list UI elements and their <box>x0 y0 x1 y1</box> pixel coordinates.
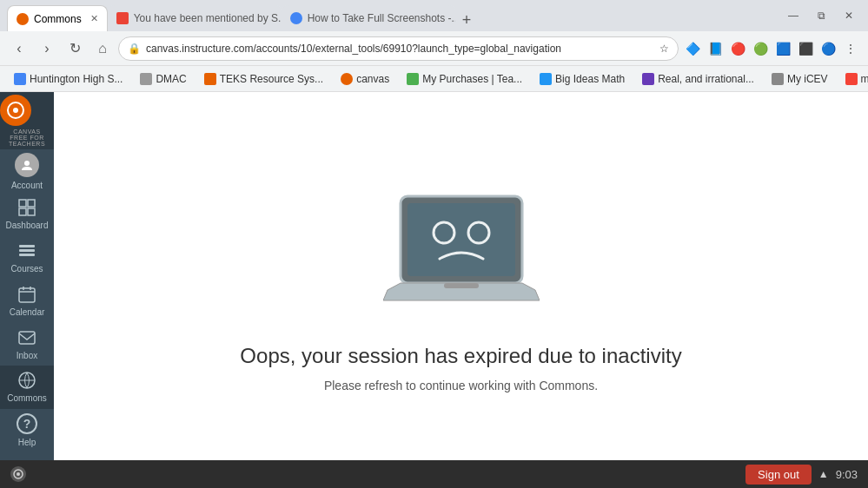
commons-icon <box>17 371 36 390</box>
taskbar-left <box>10 466 26 482</box>
browser-frame: Commons ✕ You have been mentioned by S..… <box>0 0 868 488</box>
bookmark-misscalcul8[interactable]: misscalcul8: Algebr... <box>838 71 868 87</box>
bookmark-dmac-label: DMAC <box>156 73 186 85</box>
minimize-button[interactable]: — <box>781 3 805 28</box>
restore-button[interactable]: ⧉ <box>809 3 833 28</box>
taskbar-logo-icon <box>13 469 23 479</box>
tab-gmail[interactable]: You have been mentioned by S... ✕ <box>108 5 282 31</box>
star-icon: ☆ <box>659 43 669 55</box>
ext-5[interactable]: 🟦 <box>772 38 793 59</box>
bookmark-myicev-favicon <box>772 73 784 85</box>
sidebar-dashboard-label: Dashboard <box>6 221 49 230</box>
sidebar-item-inbox[interactable]: Inbox <box>0 322 54 366</box>
bookmarks-bar: Huntington High S... DMAC TEKS Resource … <box>0 66 868 92</box>
lock-icon: 🔒 <box>128 43 141 55</box>
bookmark-real[interactable]: Real, and irrational... <box>635 71 761 87</box>
svg-rect-7 <box>19 245 35 247</box>
svg-rect-5 <box>19 208 26 215</box>
bookmark-mypurchases[interactable]: My Purchases | Tea... <box>400 71 529 87</box>
sidebar-commons-label: Commons <box>7 393 47 403</box>
bookmark-myicev[interactable]: My iCEV <box>765 71 835 87</box>
extensions-menu[interactable]: ⋮ <box>840 38 861 59</box>
ext-3[interactable]: 🔴 <box>727 38 748 59</box>
svg-rect-4 <box>28 200 35 207</box>
back-button[interactable]: ‹ <box>7 36 31 61</box>
account-avatar-icon <box>20 158 34 172</box>
sidebar-inbox-label: Inbox <box>17 351 37 360</box>
ext-6[interactable]: ⬛ <box>795 38 816 59</box>
sidebar-calendar-label: Calendar <box>10 307 45 317</box>
bookmark-canvas[interactable]: canvas <box>334 71 396 87</box>
close-button[interactable]: ✕ <box>837 3 861 28</box>
taskbar-circle <box>10 466 26 482</box>
tabs-container: Commons ✕ You have been mentioned by S..… <box>7 0 478 31</box>
bookmark-misscalcul8-favicon <box>845 73 858 85</box>
svg-rect-10 <box>19 288 35 302</box>
bookmark-dmac[interactable]: DMAC <box>133 71 193 87</box>
bookmark-myicev-label: My iCEV <box>787 73 828 85</box>
sidebar-item-dashboard[interactable]: Dashboard <box>0 193 54 236</box>
sidebar-courses-label: Courses <box>10 264 43 274</box>
bookmark-teks[interactable]: TEKS Resource Sys... <box>197 71 330 87</box>
bookmark-teks-label: TEKS Resource Sys... <box>220 73 323 85</box>
svg-rect-14 <box>19 332 35 344</box>
svg-point-2 <box>24 161 30 166</box>
canvas-logo-inner: CANVASFREE FOR TEACHERS <box>0 95 54 147</box>
svg-rect-9 <box>19 254 35 256</box>
error-subtitle: Please refresh to continue working with … <box>324 379 598 392</box>
account-avatar <box>15 153 39 177</box>
taskbar-time: 9:03 <box>836 468 858 481</box>
sidebar-item-account[interactable]: Account <box>0 149 54 193</box>
address-bar[interactable]: 🔒 canvas.instructure.com/accounts/10/ext… <box>118 36 679 61</box>
sidebar-item-help[interactable]: ? Help <box>0 409 54 452</box>
svg-point-25 <box>17 472 20 476</box>
svg-rect-8 <box>19 249 35 252</box>
tab-screenshots[interactable]: How to Take Full Screenshots -... ✕ <box>282 5 455 31</box>
sidebar: CANVASFREE FOR TEACHERS Account <box>0 92 54 488</box>
svg-rect-6 <box>28 208 35 215</box>
sign-out-button[interactable]: Sign out <box>745 465 812 485</box>
calendar-icon <box>17 285 36 304</box>
bookmark-huntington-label: Huntington High S... <box>30 73 123 85</box>
tab-screenshots-favicon <box>290 12 302 24</box>
sidebar-item-courses[interactable]: Courses <box>0 236 54 280</box>
svg-rect-3 <box>19 200 26 207</box>
ext-2[interactable]: 📘 <box>705 38 726 59</box>
new-tab-button[interactable]: + <box>455 10 479 31</box>
bookmark-real-label: Real, and irrational... <box>658 73 754 85</box>
bookmark-real-favicon <box>642 73 654 85</box>
svg-rect-23 <box>444 283 479 288</box>
ext-4[interactable]: 🟢 <box>750 38 771 59</box>
tab-commons-label: Commons <box>34 13 82 25</box>
browser-toolbar: ‹ › ↻ ⌂ 🔒 canvas.instructure.com/account… <box>0 31 868 66</box>
svg-point-1 <box>13 108 18 113</box>
bookmark-mypurchases-label: My Purchases | Tea... <box>422 73 522 85</box>
bookmark-bigideas-label: Big Ideas Math <box>555 73 625 85</box>
bookmark-bigideas-favicon <box>540 73 552 85</box>
bookmark-mypurchases-favicon <box>407 73 419 85</box>
reload-button[interactable]: ↻ <box>63 36 87 61</box>
ext-7[interactable]: 🔵 <box>818 38 838 59</box>
tab-commons-favicon <box>17 13 29 25</box>
sidebar-account-label: Account <box>11 181 43 190</box>
sidebar-help-label: Help <box>18 438 36 447</box>
bookmark-canvas-favicon <box>341 73 353 85</box>
bookmark-canvas-label: canvas <box>356 73 389 85</box>
forward-button[interactable]: › <box>35 36 59 61</box>
tab-bar: Commons ✕ You have been mentioned by S..… <box>0 0 868 31</box>
tab-commons[interactable]: Commons ✕ <box>7 5 108 31</box>
home-button[interactable]: ⌂ <box>90 36 115 61</box>
bookmark-dmac-favicon <box>140 73 152 85</box>
main-content: Oops, your session has expired due to in… <box>54 92 868 488</box>
toolbar-extensions: 🔷 📘 🔴 🟢 🟦 ⬛ 🔵 ⋮ <box>682 38 861 59</box>
dashboard-icon <box>17 198 36 217</box>
error-illustration <box>383 188 540 318</box>
sidebar-item-commons[interactable]: Commons <box>0 366 54 409</box>
bookmark-huntington[interactable]: Huntington High S... <box>7 71 129 87</box>
tab-commons-close[interactable]: ✕ <box>90 13 98 24</box>
bookmark-bigideas[interactable]: Big Ideas Math <box>533 71 632 87</box>
inbox-icon <box>17 328 36 347</box>
ext-1[interactable]: 🔷 <box>682 38 703 59</box>
sidebar-item-calendar[interactable]: Calendar <box>0 280 54 323</box>
taskbar: Sign out ▲ 9:03 <box>0 460 868 488</box>
